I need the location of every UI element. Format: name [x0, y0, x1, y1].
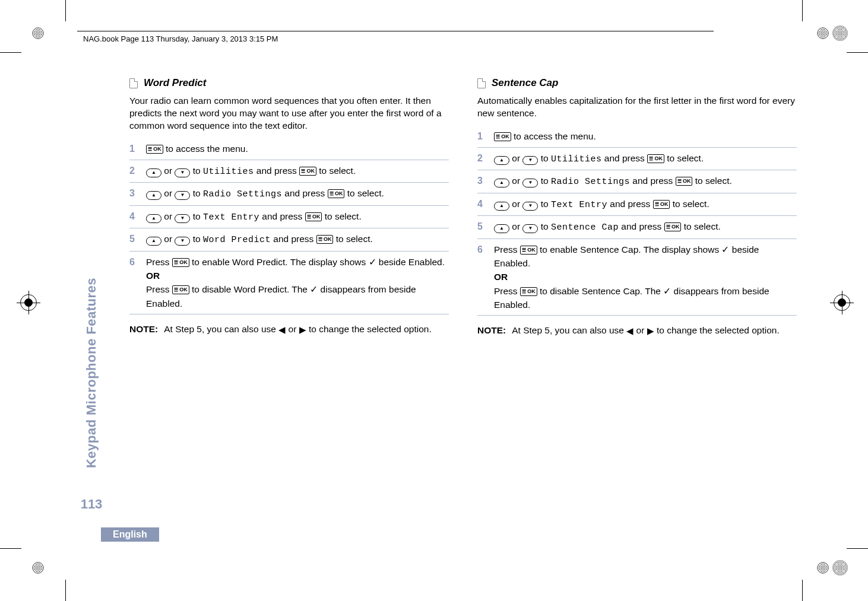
column-left: Word Predict Your radio can learn common… [129, 77, 449, 512]
check-icon: ✓ [663, 286, 671, 296]
column-right: Sentence Cap Automatically enables capit… [477, 77, 797, 512]
right-triangle-icon: ▶ [647, 326, 654, 336]
left-triangle-icon: ◀ [278, 325, 286, 335]
crop-tick [847, 548, 868, 549]
step: 1 OK to access the menu. [129, 138, 449, 160]
step-text: Press OK to enable Word Predict. The dis… [146, 255, 449, 310]
step-text: or to Word Predict and press OK to selec… [146, 232, 449, 247]
up-arrow-button-icon [146, 237, 161, 246]
step-number: 1 [477, 129, 486, 144]
step-text: OK to access the menu. [494, 129, 797, 143]
page-header: NAG.book Page 113 Thursday, January 3, 2… [83, 34, 278, 43]
left-triangle-icon: ◀ [626, 326, 633, 336]
step: 4 or to Text Entry and press OK to selec… [477, 193, 797, 217]
document-icon [477, 78, 486, 88]
check-icon: ✓ [310, 284, 318, 294]
step-text: or to Text Entry and press OK to select. [494, 197, 797, 212]
ok-button-icon: OK [316, 235, 334, 244]
ok-button-icon: OK [172, 285, 189, 294]
ok-button-icon: OK [520, 287, 537, 296]
footer-language: English [101, 527, 159, 542]
step: 5 or to Sentence Cap and press OK to sel… [477, 216, 797, 239]
up-arrow-button-icon [494, 156, 509, 165]
ok-button-icon: OK [299, 167, 316, 176]
down-arrow-button-icon [175, 191, 190, 200]
content-columns: Word Predict Your radio can learn common… [129, 77, 797, 512]
crop-tick [65, 0, 66, 21]
note-text: At Step 5, you can also use ◀ or ▶ to ch… [512, 324, 780, 337]
step-number: 3 [129, 186, 138, 201]
ok-button-icon: OK [653, 200, 670, 209]
right-triangle-icon: ▶ [299, 325, 306, 335]
section-title: Sentence Cap [492, 77, 558, 89]
up-arrow-button-icon [146, 214, 161, 223]
step-text: or to Radio Settings and press OK to sel… [146, 186, 449, 202]
crop-tick [802, 580, 803, 601]
step-number: 5 [477, 220, 486, 234]
note-text: At Step 5, you can also use ◀ or ▶ to ch… [164, 323, 432, 336]
note: NOTE: At Step 5, you can also use ◀ or ▶… [129, 323, 449, 336]
step-text: OK to access the menu. [146, 142, 449, 155]
step-text: or to Text Entry and press OK to select. [146, 209, 449, 225]
down-arrow-button-icon [522, 202, 538, 211]
ok-button-icon: OK [664, 222, 682, 231]
crop-tick [0, 52, 21, 53]
up-arrow-button-icon [146, 191, 161, 200]
ok-button-icon: OK [305, 212, 322, 221]
step-number: 5 [129, 232, 138, 246]
up-arrow-button-icon [494, 179, 509, 187]
step-text: or to Utilities and press OK to select. [146, 164, 449, 179]
ok-button-icon: OK [520, 246, 537, 255]
crop-tick [0, 548, 21, 549]
up-arrow-button-icon [494, 224, 509, 233]
step-text: or to Utilities and press OK to select. [494, 151, 797, 167]
registration-target-icon [830, 291, 851, 312]
crop-tick [802, 0, 803, 21]
step: 6 Press OK to enable Sentence Cap. The d… [477, 239, 797, 316]
crop-tick [847, 52, 868, 53]
step: 3 or to Radio Settings and press OK to s… [129, 183, 449, 206]
ok-button-icon: OK [494, 132, 511, 141]
step: 2 or to Utilities and press OK to select… [477, 148, 797, 171]
section-heading: Word Predict [129, 77, 449, 89]
step-text: Press OK to enable Sentence Cap. The dis… [494, 243, 797, 311]
step-text: or to Radio Settings and press OK to sel… [494, 174, 797, 189]
step-number: 3 [477, 174, 486, 188]
down-arrow-button-icon [175, 168, 190, 177]
sidebar: Keypad Microphone Features 113 [83, 77, 100, 512]
ok-button-icon: OK [172, 258, 189, 267]
step-number: 6 [129, 255, 138, 269]
check-icon: ✓ [369, 257, 376, 267]
step: 3 or to Radio Settings and press OK to s… [477, 170, 797, 193]
step-number: 6 [477, 243, 486, 257]
registration-mark [815, 15, 850, 51]
down-arrow-button-icon [175, 237, 190, 246]
step-number: 2 [477, 151, 486, 166]
step: 6 Press OK to enable Word Predict. The d… [129, 252, 449, 314]
page-body: Keypad Microphone Features 113 Word Pred… [83, 77, 797, 512]
step: 4 or to Text Entry and press OK to selec… [129, 206, 449, 229]
step-number: 2 [129, 164, 138, 178]
up-arrow-button-icon [494, 202, 509, 211]
section-category: Keypad Microphone Features [84, 278, 99, 468]
step-number: 4 [129, 209, 138, 224]
down-arrow-button-icon [522, 224, 538, 233]
step: 2 or to Utilities and press OK to select… [129, 160, 449, 183]
note-label: NOTE: [129, 323, 158, 336]
note-label: NOTE: [477, 324, 506, 337]
document-icon [129, 78, 138, 88]
ok-button-icon: OK [676, 177, 693, 186]
header-rule [77, 31, 714, 31]
up-arrow-button-icon [146, 168, 161, 177]
registration-mark [815, 550, 850, 586]
section-title: Word Predict [144, 77, 206, 89]
section-heading: Sentence Cap [477, 77, 797, 89]
section-intro: Your radio can learn common word sequenc… [129, 95, 449, 132]
ok-button-icon: OK [647, 154, 664, 163]
ok-button-icon: OK [328, 189, 345, 198]
registration-mark [20, 550, 56, 586]
down-arrow-button-icon [522, 179, 538, 187]
step-number: 4 [477, 197, 486, 211]
steps-list: 1 OK to access the menu. 2 or to Utiliti… [129, 138, 449, 314]
step-number: 1 [129, 142, 138, 156]
